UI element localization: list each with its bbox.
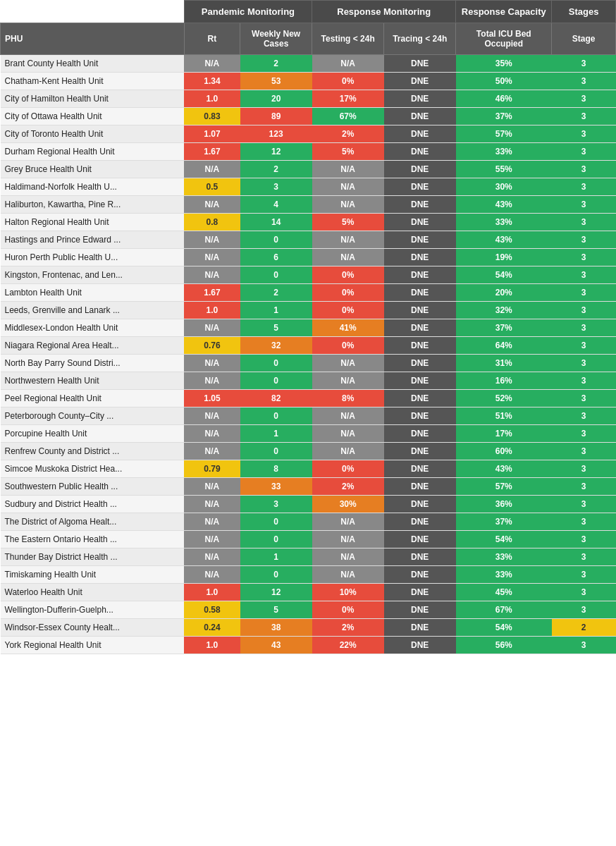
- stage-cell: 3: [552, 601, 616, 619]
- icu-cell: 51%: [456, 407, 552, 425]
- table-row: Peterborough County–City ...N/A0N/ADNE51…: [1, 407, 616, 425]
- group-header-pandemic: Pandemic Monitoring: [184, 1, 312, 23]
- weekly-cell: 1: [240, 425, 312, 443]
- weekly-cell: 2: [240, 55, 312, 73]
- tracing-cell: DNE: [384, 196, 456, 214]
- weekly-cell: 4: [240, 196, 312, 214]
- table-row: Grey Bruce Health UnitN/A2N/ADNE55%3: [1, 161, 616, 178]
- tracing-cell: DNE: [384, 231, 456, 249]
- weekly-cell: 0: [240, 443, 312, 460]
- phu-name-cell: The Eastern Ontario Health ...: [1, 531, 185, 548]
- rt-cell: 1.67: [184, 143, 240, 161]
- tracing-cell: DNE: [384, 443, 456, 460]
- icu-cell: 43%: [456, 196, 552, 214]
- testing-cell: 41%: [312, 319, 384, 337]
- phu-name-cell: Porcupine Health Unit: [1, 425, 185, 443]
- phu-name-cell: City of Ottawa Health Unit: [1, 108, 185, 125]
- table-row: Renfrew County and District ...N/A0N/ADN…: [1, 443, 616, 460]
- rt-cell: 1.0: [184, 90, 240, 108]
- table-row: Haldimand-Norfolk Health U...0.53N/ADNE3…: [1, 178, 616, 196]
- stage-cell: 3: [552, 443, 616, 460]
- testing-cell: 0%: [312, 284, 384, 302]
- tracing-cell: DNE: [384, 302, 456, 319]
- tracing-cell: DNE: [384, 496, 456, 513]
- icu-cell: 20%: [456, 284, 552, 302]
- weekly-cell: 0: [240, 266, 312, 284]
- stage-cell: 3: [552, 108, 616, 125]
- testing-cell: 2%: [312, 619, 384, 637]
- col-testing-header: Testing < 24h: [312, 23, 384, 55]
- weekly-cell: 5: [240, 601, 312, 619]
- stage-cell: 3: [552, 531, 616, 548]
- stage-cell: 3: [552, 319, 616, 337]
- phu-name-cell: Sudbury and District Health ...: [1, 496, 185, 513]
- weekly-cell: 3: [240, 496, 312, 513]
- weekly-cell: 5: [240, 319, 312, 337]
- icu-cell: 60%: [456, 443, 552, 460]
- tracing-cell: DNE: [384, 319, 456, 337]
- stage-cell: 3: [552, 390, 616, 407]
- stage-cell: 3: [552, 355, 616, 372]
- table-row: Thunder Bay District Health ...N/A1N/ADN…: [1, 548, 616, 566]
- rt-cell: N/A: [184, 478, 240, 496]
- testing-cell: N/A: [312, 196, 384, 214]
- phu-name-cell: Leeds, Grenville and Lanark ...: [1, 302, 185, 319]
- testing-cell: N/A: [312, 566, 384, 584]
- icu-cell: 30%: [456, 178, 552, 196]
- phu-name-cell: Peel Regional Health Unit: [1, 390, 185, 407]
- weekly-cell: 0: [240, 355, 312, 372]
- tracing-cell: DNE: [384, 460, 456, 478]
- phu-name-cell: Niagara Regional Area Healt...: [1, 337, 185, 355]
- stage-cell: 3: [552, 566, 616, 584]
- rt-cell: 1.0: [184, 637, 240, 654]
- rt-cell: 1.34: [184, 73, 240, 90]
- testing-cell: 8%: [312, 390, 384, 407]
- testing-cell: 0%: [312, 266, 384, 284]
- stage-cell: 3: [552, 372, 616, 390]
- phu-name-cell: Southwestern Public Health ...: [1, 478, 185, 496]
- rt-cell: 0.79: [184, 460, 240, 478]
- rt-cell: N/A: [184, 355, 240, 372]
- icu-cell: 67%: [456, 601, 552, 619]
- stage-cell: 3: [552, 125, 616, 143]
- testing-cell: N/A: [312, 407, 384, 425]
- stage-cell: 3: [552, 584, 616, 601]
- testing-cell: N/A: [312, 178, 384, 196]
- table-row: Huron Perth Public Health U...N/A6N/ADNE…: [1, 249, 616, 266]
- icu-cell: 56%: [456, 637, 552, 654]
- icu-cell: 54%: [456, 619, 552, 637]
- icu-cell: 54%: [456, 531, 552, 548]
- icu-cell: 36%: [456, 496, 552, 513]
- stage-cell: 3: [552, 196, 616, 214]
- tracing-cell: DNE: [384, 372, 456, 390]
- testing-cell: 0%: [312, 73, 384, 90]
- phu-name-cell: York Regional Health Unit: [1, 637, 185, 654]
- icu-cell: 33%: [456, 143, 552, 161]
- phu-name-cell: Waterloo Health Unit: [1, 584, 185, 601]
- phu-name-cell: Simcoe Muskoka District Hea...: [1, 460, 185, 478]
- phu-name-cell: Timiskaming Health Unit: [1, 566, 185, 584]
- phu-name-cell: Haldimand-Norfolk Health U...: [1, 178, 185, 196]
- testing-cell: 67%: [312, 108, 384, 125]
- tracing-cell: DNE: [384, 478, 456, 496]
- testing-cell: N/A: [312, 531, 384, 548]
- icu-cell: 64%: [456, 337, 552, 355]
- weekly-cell: 82: [240, 390, 312, 407]
- testing-cell: 0%: [312, 302, 384, 319]
- rt-cell: 0.24: [184, 619, 240, 637]
- phu-name-cell: Hastings and Prince Edward ...: [1, 231, 185, 249]
- group-header-stages: Stages: [552, 1, 616, 23]
- table-row: Chatham-Kent Health Unit1.34530%DNE50%3: [1, 73, 616, 90]
- tracing-cell: DNE: [384, 584, 456, 601]
- testing-cell: 5%: [312, 214, 384, 231]
- table-row: Leeds, Grenville and Lanark ...1.010%DNE…: [1, 302, 616, 319]
- phu-name-cell: Brant County Health Unit: [1, 55, 185, 73]
- table-row: Brant County Health UnitN/A2N/ADNE35%3: [1, 55, 616, 73]
- table-row: Halton Regional Health Unit0.8145%DNE33%…: [1, 214, 616, 231]
- testing-cell: N/A: [312, 548, 384, 566]
- testing-cell: 0%: [312, 460, 384, 478]
- rt-cell: 1.0: [184, 302, 240, 319]
- tracing-cell: DNE: [384, 531, 456, 548]
- weekly-cell: 8: [240, 460, 312, 478]
- phu-name-cell: Lambton Health Unit: [1, 284, 185, 302]
